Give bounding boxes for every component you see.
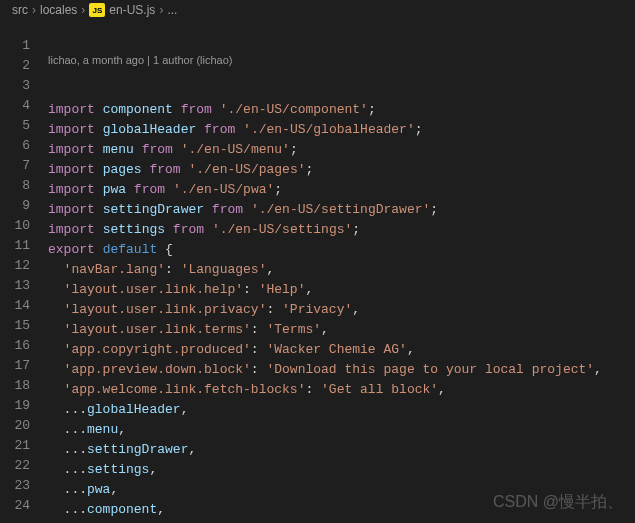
line-number: 11 bbox=[0, 236, 48, 256]
code-line[interactable]: ...settingDrawer, bbox=[48, 440, 635, 460]
code-line[interactable]: 'navBar.lang': 'Languages', bbox=[48, 260, 635, 280]
code-line[interactable]: ...menu, bbox=[48, 420, 635, 440]
chevron-right-icon: › bbox=[32, 3, 36, 17]
line-number: 17 bbox=[0, 356, 48, 376]
js-file-icon: JS bbox=[89, 3, 105, 17]
line-number-gutter: 123456789101112131415161718192021222324 bbox=[0, 36, 48, 523]
line-number: 20 bbox=[0, 416, 48, 436]
code-line[interactable]: import globalHeader from './en-US/global… bbox=[48, 120, 635, 140]
line-number: 23 bbox=[0, 476, 48, 496]
code-line[interactable]: ...globalHeader, bbox=[48, 400, 635, 420]
code-line[interactable]: export default { bbox=[48, 240, 635, 260]
code-area[interactable]: lichao, a month ago | 1 author (lichao) … bbox=[48, 36, 635, 523]
line-number: 5 bbox=[0, 116, 48, 136]
code-line[interactable]: 'app.welcome.link.fetch-blocks': 'Get al… bbox=[48, 380, 635, 400]
line-number: 16 bbox=[0, 336, 48, 356]
codelens-author[interactable]: lichao, a month ago | 1 author (lichao) bbox=[48, 52, 635, 68]
code-line[interactable]: import pages from './en-US/pages'; bbox=[48, 160, 635, 180]
breadcrumb[interactable]: src › locales › JS en-US.js › ... bbox=[0, 0, 635, 20]
line-number: 3 bbox=[0, 76, 48, 96]
line-number: 9 bbox=[0, 196, 48, 216]
code-editor[interactable]: 123456789101112131415161718192021222324 … bbox=[0, 20, 635, 523]
breadcrumb-tail[interactable]: ... bbox=[167, 3, 177, 17]
watermark: CSDN @慢半拍、 bbox=[493, 492, 623, 513]
line-number: 13 bbox=[0, 276, 48, 296]
code-line[interactable]: 'app.copyright.produced': 'Wacker Chemie… bbox=[48, 340, 635, 360]
chevron-right-icon: › bbox=[159, 3, 163, 17]
code-line[interactable]: 'layout.user.link.help': 'Help', bbox=[48, 280, 635, 300]
line-number: 2 bbox=[0, 56, 48, 76]
line-number: 12 bbox=[0, 256, 48, 276]
code-line[interactable]: 'layout.user.link.privacy': 'Privacy', bbox=[48, 300, 635, 320]
line-number: 6 bbox=[0, 136, 48, 156]
line-number: 24 bbox=[0, 496, 48, 516]
code-line[interactable]: import pwa from './en-US/pwa'; bbox=[48, 180, 635, 200]
code-line[interactable]: import settings from './en-US/settings'; bbox=[48, 220, 635, 240]
line-number: 8 bbox=[0, 176, 48, 196]
code-line[interactable]: import settingDrawer from './en-US/setti… bbox=[48, 200, 635, 220]
line-number: 19 bbox=[0, 396, 48, 416]
line-number: 7 bbox=[0, 156, 48, 176]
line-number: 14 bbox=[0, 296, 48, 316]
code-line[interactable]: 'layout.user.link.terms': 'Terms', bbox=[48, 320, 635, 340]
line-number: 21 bbox=[0, 436, 48, 456]
chevron-right-icon: › bbox=[81, 3, 85, 17]
line-number: 4 bbox=[0, 96, 48, 116]
code-line[interactable]: ...settings, bbox=[48, 460, 635, 480]
line-number: 10 bbox=[0, 216, 48, 236]
line-number: 1 bbox=[0, 36, 48, 56]
code-line[interactable]: import component from './en-US/component… bbox=[48, 100, 635, 120]
breadcrumb-seg-locales[interactable]: locales bbox=[40, 3, 77, 17]
line-number: 22 bbox=[0, 456, 48, 476]
line-number: 18 bbox=[0, 376, 48, 396]
line-number: 15 bbox=[0, 316, 48, 336]
code-line[interactable]: 'app.preview.down.block': 'Download this… bbox=[48, 360, 635, 380]
breadcrumb-seg-src[interactable]: src bbox=[12, 3, 28, 17]
code-line[interactable]: import menu from './en-US/menu'; bbox=[48, 140, 635, 160]
breadcrumb-file[interactable]: en-US.js bbox=[109, 3, 155, 17]
